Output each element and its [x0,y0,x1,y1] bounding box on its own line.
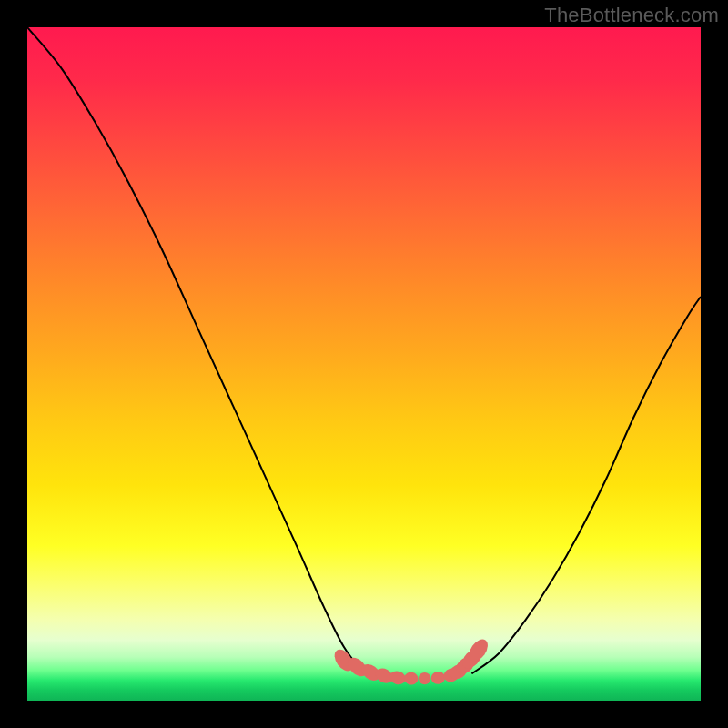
chart-stage: TheBottleneck.com [0,0,728,728]
curve-layer [27,27,701,701]
marker-dot [419,672,430,684]
curve-left [27,27,364,673]
plot-area [27,27,701,701]
marker-dot [430,671,447,685]
watermark-text: TheBottleneck.com [544,4,719,27]
curve-right [471,297,701,673]
valley-markers [330,636,491,687]
marker-dot [403,672,420,686]
